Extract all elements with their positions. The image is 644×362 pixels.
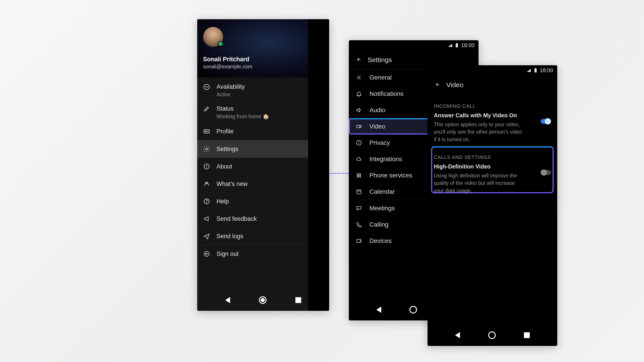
svg-point-26 [360,175,361,176]
menu-status[interactable]: Status Working from home 🏠 [197,101,308,123]
availability-label: Availability [216,83,245,91]
svg-point-24 [357,175,358,176]
svg-point-20 [359,141,359,142]
video-title: Video [446,81,463,89]
cloud-icon [355,155,363,163]
info-icon [202,162,211,170]
svg-point-23 [360,173,361,174]
status-time: 18:00 [461,42,474,48]
svg-rect-35 [535,68,536,69]
devices-label: Devices [370,237,392,245]
bell-icon [355,90,363,98]
back-icon[interactable] [434,81,440,88]
menu-profile[interactable]: Profile [197,123,308,140]
nav-home-icon[interactable] [488,331,496,339]
nav-home-icon[interactable] [259,296,266,304]
phone-video-settings: 18:00 Video INCOMING CALL Answer Calls w… [428,65,557,346]
battery-icon [455,43,458,48]
svg-point-6 [206,148,208,150]
android-navbar [428,325,557,346]
speaker-icon [355,106,363,114]
menu-signout[interactable]: Sign out [197,245,308,263]
svg-point-27 [357,176,358,177]
answer-desc: This option applies only to your video, … [434,121,523,143]
menu-availability[interactable]: Availability Active [197,79,308,101]
integrations-label: Integrations [370,156,402,163]
menu-sendlogs[interactable]: Send logs [197,228,308,245]
menu-settings[interactable]: Settings [197,140,308,158]
nav-recent-icon[interactable] [524,332,530,338]
setting-answer-video[interactable]: Answer Calls with My Video On This optio… [428,112,557,148]
drawer-panel: Sonali Pritchard sonali@example.com Avai… [197,19,308,311]
general-label: General [370,74,392,81]
availability-icon [202,83,211,91]
video-label: Video [370,123,385,130]
nav-home-icon[interactable] [410,306,417,314]
sendlogs-label: Send logs [216,232,243,240]
nav-back-icon[interactable] [376,307,381,313]
back-icon[interactable] [355,56,361,63]
background-strip [308,19,329,235]
status-time: 18:00 [540,67,553,73]
svg-point-25 [358,175,359,176]
feedback-label: Send feedback [216,215,257,223]
phone-profile-drawer: Sonali Pritchard sonali@example.com Avai… [197,19,329,311]
signal-icon [448,43,452,47]
devices-icon [355,237,363,245]
svg-point-22 [358,173,359,174]
section-incoming-call: INCOMING CALL [428,94,557,112]
nav-recent-icon[interactable] [296,297,301,303]
send-icon [202,232,211,240]
answer-toggle[interactable] [541,119,551,124]
video-header: Video [428,75,557,94]
profile-header: Sonali Pritchard sonali@example.com [197,19,308,77]
notifications-label: Notifications [370,90,404,97]
android-navbar [197,289,329,311]
profile-label: Profile [216,128,234,135]
signal-icon [526,68,531,72]
svg-rect-30 [357,190,361,194]
calendar-icon [355,188,363,196]
menu-feedback[interactable]: Send feedback [197,210,308,228]
section-calls-settings: CALLS AND SETTINGS [428,148,557,163]
svg-rect-34 [534,69,537,72]
rocket-icon [202,180,211,188]
profile-email: sonali@example.com [203,64,302,70]
meetings-label: Meetings [370,205,395,212]
svg-point-21 [357,173,358,174]
privacy-icon [355,139,363,147]
svg-point-29 [360,176,361,177]
svg-rect-17 [357,125,360,128]
menu-help[interactable]: Help [197,193,308,210]
nav-back-icon[interactable] [225,297,230,303]
svg-point-3 [205,131,206,132]
status-value: Working from home 🏠 [216,113,269,120]
svg-point-16 [358,77,360,78]
hd-toggle[interactable] [541,170,551,175]
settings-label: Settings [216,145,238,153]
privacy-label: Privacy [370,139,390,146]
gear-icon [202,145,211,153]
status-bar: 18:00 [428,65,557,75]
menu-about[interactable]: About [197,158,308,175]
chat-icon [355,204,363,212]
signout-label: Sign out [216,250,238,258]
svg-point-33 [360,240,360,241]
help-label: Help [216,198,229,205]
svg-point-10 [206,183,207,184]
calendar-label: Calendar [370,188,395,195]
svg-rect-15 [456,43,457,43]
menu-whatsnew[interactable]: What's new [197,175,308,193]
avatar-container[interactable] [203,27,223,47]
video-icon [355,123,363,130]
settings-title: Settings [368,56,392,64]
phoneservices-label: Phone services [370,172,412,179]
hd-desc: Using high definition will improve the q… [434,172,523,194]
pencil-icon [202,105,211,113]
profile-name: Sonali Pritchard [203,56,302,63]
status-bar: 18:00 [349,40,478,50]
nav-back-icon[interactable] [455,332,460,338]
signout-icon [202,250,211,258]
svg-rect-14 [456,43,458,47]
setting-hd-video[interactable]: High-Definition Video Using high definit… [428,163,557,199]
